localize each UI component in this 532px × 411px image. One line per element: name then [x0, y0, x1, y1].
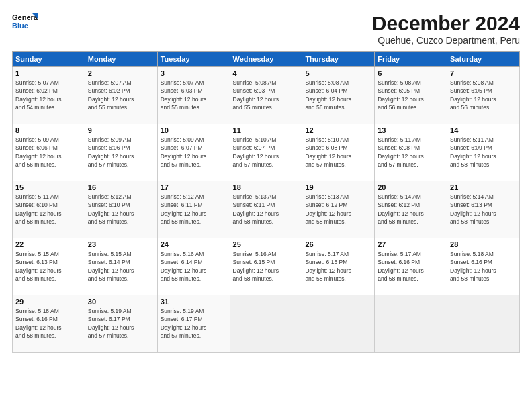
calendar-cell: [302, 295, 375, 353]
calendar-cell: 14Sunrise: 5:11 AM Sunset: 6:09 PM Dayli…: [447, 124, 520, 181]
day-number: 3: [161, 69, 227, 77]
calendar-cell: [375, 295, 447, 353]
day-number: 22: [15, 240, 82, 248]
day-number: 19: [305, 183, 371, 191]
day-number: 15: [15, 183, 82, 191]
calendar-cell: 24Sunrise: 5:16 AM Sunset: 6:14 PM Dayli…: [157, 238, 230, 295]
day-number: 10: [161, 126, 227, 134]
day-info: Sunrise: 5:08 AM Sunset: 6:05 PM Dayligh…: [378, 79, 444, 111]
day-info: Sunrise: 5:17 AM Sunset: 6:15 PM Dayligh…: [305, 250, 371, 283]
calendar-header-row: SundayMondayTuesdayWednesdayThursdayFrid…: [13, 52, 520, 67]
day-number: 13: [378, 126, 444, 134]
day-number: 2: [88, 69, 154, 77]
calendar-cell: 7Sunrise: 5:08 AM Sunset: 6:05 PM Daylig…: [447, 67, 520, 124]
calendar-cell: 4Sunrise: 5:08 AM Sunset: 6:03 PM Daylig…: [230, 67, 302, 124]
calendar-week-row: 15Sunrise: 5:11 AM Sunset: 6:10 PM Dayli…: [13, 181, 520, 238]
day-info: Sunrise: 5:15 AM Sunset: 6:13 PM Dayligh…: [15, 250, 82, 283]
day-number: 9: [88, 126, 154, 134]
calendar-cell: 15Sunrise: 5:11 AM Sunset: 6:10 PM Dayli…: [13, 181, 85, 238]
day-info: Sunrise: 5:12 AM Sunset: 6:10 PM Dayligh…: [88, 193, 154, 226]
day-number: 25: [233, 240, 300, 248]
page-header: General Blue December 2024 Quehue, Cuzco…: [12, 12, 520, 46]
day-info: Sunrise: 5:08 AM Sunset: 6:03 PM Dayligh…: [233, 79, 300, 111]
day-info: Sunrise: 5:13 AM Sunset: 6:12 PM Dayligh…: [305, 193, 371, 226]
day-number: 18: [233, 183, 300, 191]
day-info: Sunrise: 5:13 AM Sunset: 6:11 PM Dayligh…: [233, 193, 300, 226]
day-info: Sunrise: 5:15 AM Sunset: 6:14 PM Dayligh…: [88, 250, 154, 283]
day-info: Sunrise: 5:10 AM Sunset: 6:08 PM Dayligh…: [305, 136, 371, 169]
day-info: Sunrise: 5:16 AM Sunset: 6:15 PM Dayligh…: [233, 250, 300, 283]
day-info: Sunrise: 5:11 AM Sunset: 6:10 PM Dayligh…: [15, 193, 82, 226]
day-info: Sunrise: 5:09 AM Sunset: 6:06 PM Dayligh…: [15, 136, 82, 169]
calendar-week-row: 29Sunrise: 5:18 AM Sunset: 6:16 PM Dayli…: [13, 295, 520, 353]
calendar-cell: 19Sunrise: 5:13 AM Sunset: 6:12 PM Dayli…: [302, 181, 375, 238]
calendar-cell: 10Sunrise: 5:09 AM Sunset: 6:07 PM Dayli…: [157, 124, 230, 181]
day-info: Sunrise: 5:11 AM Sunset: 6:08 PM Dayligh…: [378, 136, 444, 169]
calendar-week-row: 1Sunrise: 5:07 AM Sunset: 6:02 PM Daylig…: [13, 67, 520, 124]
day-number: 7: [450, 69, 517, 77]
day-number: 4: [233, 69, 300, 77]
day-number: 16: [88, 183, 154, 191]
day-number: 11: [233, 126, 300, 134]
svg-text:Blue: Blue: [12, 21, 28, 30]
day-number: 17: [161, 183, 227, 191]
day-info: Sunrise: 5:10 AM Sunset: 6:07 PM Dayligh…: [233, 136, 300, 169]
calendar-cell: 8Sunrise: 5:09 AM Sunset: 6:06 PM Daylig…: [13, 124, 85, 181]
day-info: Sunrise: 5:08 AM Sunset: 6:04 PM Dayligh…: [305, 79, 371, 111]
day-info: Sunrise: 5:11 AM Sunset: 6:09 PM Dayligh…: [450, 136, 517, 169]
day-number: 12: [305, 126, 371, 134]
day-number: 20: [378, 183, 444, 191]
calendar-day-header: Tuesday: [157, 52, 230, 67]
calendar-cell: 21Sunrise: 5:14 AM Sunset: 6:13 PM Dayli…: [447, 181, 520, 238]
title-block: December 2024 Quehue, Cuzco Department, …: [372, 12, 520, 46]
day-info: Sunrise: 5:07 AM Sunset: 6:02 PM Dayligh…: [88, 79, 154, 111]
calendar-day-header: Sunday: [13, 52, 85, 67]
calendar-cell: 16Sunrise: 5:12 AM Sunset: 6:10 PM Dayli…: [85, 181, 157, 238]
page-title: December 2024: [372, 12, 520, 35]
calendar-week-row: 22Sunrise: 5:15 AM Sunset: 6:13 PM Dayli…: [13, 238, 520, 295]
day-number: 23: [88, 240, 154, 248]
calendar-cell: 18Sunrise: 5:13 AM Sunset: 6:11 PM Dayli…: [230, 181, 302, 238]
day-number: 14: [450, 126, 517, 134]
calendar-cell: 11Sunrise: 5:10 AM Sunset: 6:07 PM Dayli…: [230, 124, 302, 181]
calendar-cell: 12Sunrise: 5:10 AM Sunset: 6:08 PM Dayli…: [302, 124, 375, 181]
calendar-cell: 20Sunrise: 5:14 AM Sunset: 6:12 PM Dayli…: [375, 181, 447, 238]
day-info: Sunrise: 5:12 AM Sunset: 6:11 PM Dayligh…: [161, 193, 227, 226]
day-number: 5: [305, 69, 371, 77]
day-number: 29: [15, 298, 82, 306]
calendar-cell: 2Sunrise: 5:07 AM Sunset: 6:02 PM Daylig…: [85, 67, 157, 124]
day-info: Sunrise: 5:14 AM Sunset: 6:12 PM Dayligh…: [378, 193, 444, 226]
day-info: Sunrise: 5:07 AM Sunset: 6:03 PM Dayligh…: [161, 79, 227, 111]
day-number: 30: [88, 298, 154, 306]
calendar-cell: 31Sunrise: 5:19 AM Sunset: 6:17 PM Dayli…: [157, 295, 230, 353]
day-number: 21: [450, 183, 517, 191]
day-number: 8: [15, 126, 82, 134]
calendar-cell: 29Sunrise: 5:18 AM Sunset: 6:16 PM Dayli…: [13, 295, 85, 353]
calendar-day-header: Wednesday: [230, 52, 302, 67]
day-number: 27: [378, 240, 444, 248]
calendar-cell: 27Sunrise: 5:17 AM Sunset: 6:16 PM Dayli…: [375, 238, 447, 295]
day-info: Sunrise: 5:16 AM Sunset: 6:14 PM Dayligh…: [161, 250, 227, 283]
logo: General Blue: [12, 12, 38, 32]
calendar-day-header: Saturday: [447, 52, 520, 67]
calendar-day-header: Thursday: [302, 52, 375, 67]
day-number: 26: [305, 240, 371, 248]
day-info: Sunrise: 5:08 AM Sunset: 6:05 PM Dayligh…: [450, 79, 517, 111]
day-info: Sunrise: 5:18 AM Sunset: 6:16 PM Dayligh…: [450, 250, 517, 283]
day-number: 24: [161, 240, 227, 248]
calendar-cell: [230, 295, 302, 353]
day-info: Sunrise: 5:17 AM Sunset: 6:16 PM Dayligh…: [378, 250, 444, 283]
day-number: 28: [450, 240, 517, 248]
calendar-cell: 13Sunrise: 5:11 AM Sunset: 6:08 PM Dayli…: [375, 124, 447, 181]
calendar-cell: 9Sunrise: 5:09 AM Sunset: 6:06 PM Daylig…: [85, 124, 157, 181]
calendar-cell: 6Sunrise: 5:08 AM Sunset: 6:05 PM Daylig…: [375, 67, 447, 124]
calendar-cell: [447, 295, 520, 353]
calendar-cell: 26Sunrise: 5:17 AM Sunset: 6:15 PM Dayli…: [302, 238, 375, 295]
day-info: Sunrise: 5:19 AM Sunset: 6:17 PM Dayligh…: [88, 307, 154, 340]
day-number: 31: [161, 298, 227, 306]
calendar-cell: 1Sunrise: 5:07 AM Sunset: 6:02 PM Daylig…: [13, 67, 85, 124]
day-info: Sunrise: 5:14 AM Sunset: 6:13 PM Dayligh…: [450, 193, 517, 226]
calendar-day-header: Friday: [375, 52, 447, 67]
day-number: 1: [15, 69, 82, 77]
day-info: Sunrise: 5:07 AM Sunset: 6:02 PM Dayligh…: [15, 79, 82, 111]
